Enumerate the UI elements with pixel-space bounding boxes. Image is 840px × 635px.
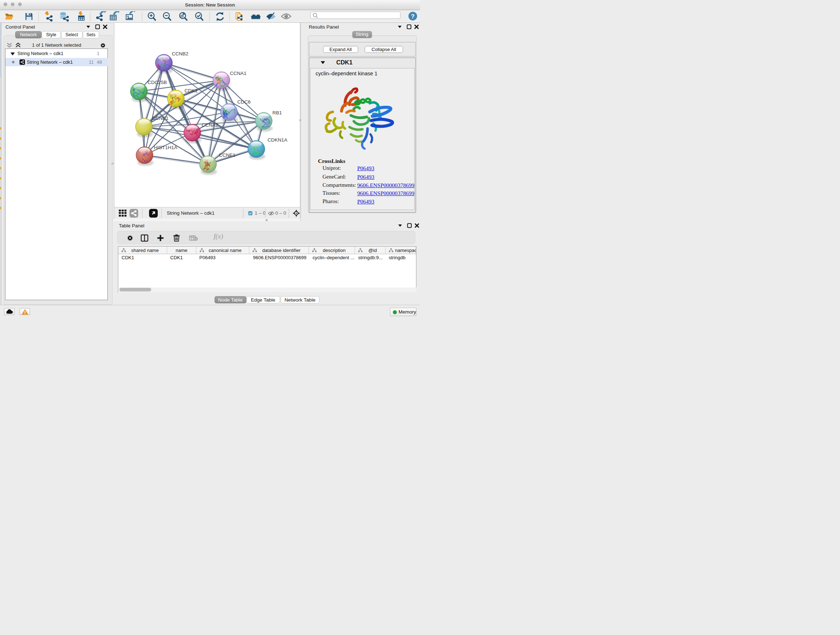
svg-text:CCNA2: CCNA2 <box>202 122 218 128</box>
svg-text:HIST1H1A: HIST1H1A <box>154 145 178 150</box>
svg-text:CCNB1: CCNB1 <box>152 116 169 121</box>
svg-text:CDK1: CDK1 <box>185 88 197 93</box>
svg-text:CCNA1: CCNA1 <box>230 71 247 76</box>
svg-text:CDC25B: CDC25B <box>148 80 167 85</box>
svg-text:CDKN1A: CDKN1A <box>268 137 287 143</box>
svg-text:CDC6: CDC6 <box>237 99 251 105</box>
svg-text:CCNE1: CCNE1 <box>219 152 235 158</box>
svg-text:?: ? <box>411 13 415 20</box>
svg-text:CCNB2: CCNB2 <box>172 51 188 57</box>
svg-text:RB1: RB1 <box>272 110 282 116</box>
